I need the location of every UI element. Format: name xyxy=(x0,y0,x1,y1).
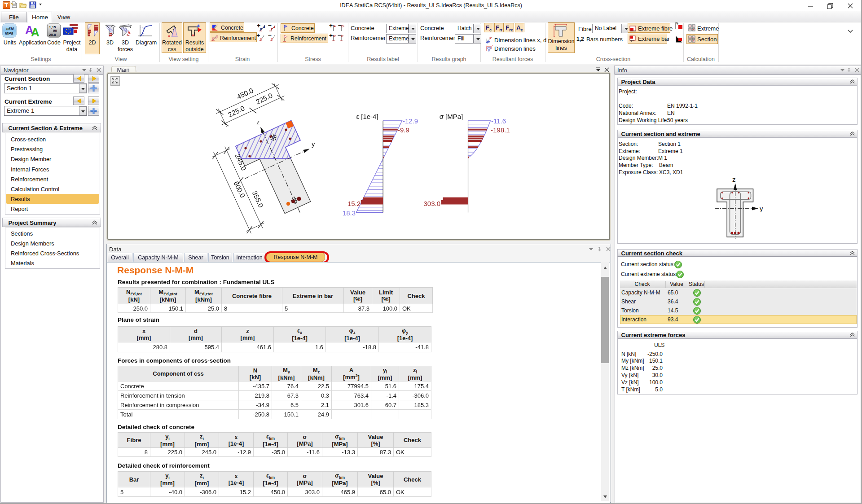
svg-text:ε [1e-4]: ε [1e-4] xyxy=(356,113,378,120)
svg-text:+: + xyxy=(256,33,260,39)
svg-text:90: 90 xyxy=(53,29,57,33)
svg-text:z: z xyxy=(256,118,260,126)
svg-text:MPa: MPa xyxy=(5,31,13,35)
svg-text:18.3: 18.3 xyxy=(343,209,356,217)
svg-text:+: + xyxy=(257,23,260,29)
svg-text:355.0: 355.0 xyxy=(251,190,265,209)
svg-text:-11.6: -11.6 xyxy=(491,117,506,125)
svg-text:–: – xyxy=(268,33,272,39)
svg-text:–: – xyxy=(338,33,341,39)
svg-text:+: + xyxy=(329,33,333,39)
svg-text:225.0: 225.0 xyxy=(227,104,246,118)
svg-text:+: + xyxy=(676,22,678,26)
svg-text:σ [MPa]: σ [MPa] xyxy=(440,113,463,120)
svg-text:-198.1: -198.1 xyxy=(491,126,510,134)
svg-text:z: z xyxy=(732,175,736,183)
svg-text:y: y xyxy=(760,205,763,212)
svg-text:225.0: 225.0 xyxy=(255,92,274,106)
svg-text:303.0: 303.0 xyxy=(423,200,440,207)
svg-text:kN: kN xyxy=(9,26,14,31)
svg-text:-9.9: -9.9 xyxy=(398,126,409,134)
svg-text:y: y xyxy=(312,140,315,148)
svg-text:25.8: 25.8 xyxy=(49,33,56,37)
svg-text:+: + xyxy=(329,23,333,29)
svg-text:450.0: 450.0 xyxy=(236,87,255,101)
svg-text:–: – xyxy=(338,23,342,29)
svg-text:-12.9: -12.9 xyxy=(403,117,418,125)
svg-text:15.2: 15.2 xyxy=(347,200,361,207)
svg-text:A: A xyxy=(31,26,40,38)
